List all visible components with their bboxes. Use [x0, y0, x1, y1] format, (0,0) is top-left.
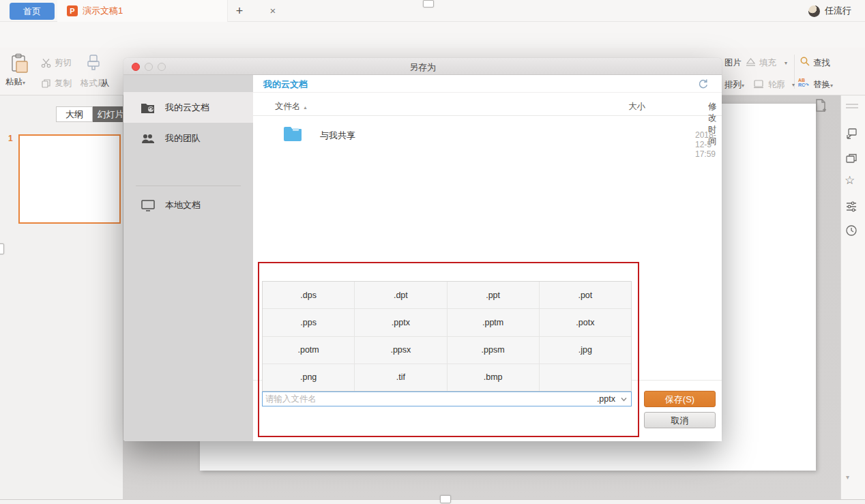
sidebar-item-cloud-docs[interactable]: 我的云文档 [123, 92, 253, 123]
window-resize-handle-top[interactable] [423, 0, 434, 8]
filename-input[interactable] [263, 394, 597, 404]
animation-effects-icon[interactable]: ☆ [845, 173, 855, 188]
user-avatar [808, 5, 820, 17]
sidebar-divider [136, 186, 241, 186]
format-option[interactable]: .pptx [355, 309, 446, 336]
document-tab-title: 演示文稿1 [83, 5, 123, 17]
filename-field: .pptx [262, 391, 632, 406]
format-painter-icon[interactable] [85, 53, 102, 76]
file-name: 与我共享 [320, 130, 355, 142]
file-list-row[interactable]: 与我共享 2018-12-5 17:59 [253, 123, 722, 147]
save-button[interactable]: 保存(S) [644, 391, 716, 407]
sidebar-item-local-docs[interactable]: 本地文档 [123, 190, 253, 220]
cancel-button[interactable]: 取消 [644, 412, 716, 428]
outline-icon[interactable] [753, 78, 764, 91]
history-icon[interactable] [845, 224, 860, 239]
format-option[interactable]: .potm [263, 337, 354, 364]
format-option[interactable]: .tif [355, 364, 446, 391]
home-tab[interactable]: 首页 [10, 3, 55, 20]
new-folder-icon[interactable] [814, 98, 827, 115]
column-size[interactable]: 大小 [628, 101, 645, 113]
format-option[interactable]: .jpg [540, 337, 631, 364]
find-button[interactable]: 查找 [813, 57, 830, 69]
sort-asc-icon: ▲ [303, 105, 308, 110]
chevron-down-icon [621, 397, 627, 402]
format-option[interactable]: .dps [263, 282, 354, 308]
format-option[interactable]: .ppsm [448, 337, 539, 364]
window-resize-handle-bottom[interactable] [440, 495, 451, 503]
fill-dropdown-icon[interactable]: ▾ [785, 60, 787, 66]
extension-value: .pptx [597, 394, 615, 404]
close-tab-icon[interactable]: × [267, 5, 278, 16]
format-option[interactable]: .dpt [355, 282, 446, 308]
breadcrumb-bar: 我的云文档 [253, 75, 722, 93]
format-option[interactable]: .ppsx [355, 337, 446, 364]
format-option[interactable]: .png [263, 364, 354, 391]
outline-button[interactable]: 轮廓 [768, 79, 785, 91]
panel-grip-handle[interactable] [846, 104, 858, 108]
extension-select[interactable]: .pptx [597, 394, 631, 404]
picture-button[interactable]: 图片 [724, 57, 742, 69]
user-name: 任流行 [825, 5, 851, 17]
refresh-icon[interactable] [697, 78, 709, 91]
format-option[interactable]: .ppt [448, 282, 539, 308]
format-option-empty [540, 364, 631, 391]
dialog-sidebar: 我的云文档 我的团队 本地文档 [123, 75, 253, 441]
replace-icon[interactable]: ABRC↷ [798, 78, 809, 87]
folder-icon [283, 125, 302, 144]
tab-bar: 首页 P 演示文稿1 × + 任流行 [0, 0, 865, 22]
sidebar-item-my-team[interactable]: 我的团队 [123, 123, 253, 153]
dialog-title: 另存为 [123, 61, 722, 74]
status-bar [0, 499, 865, 504]
arrange-button[interactable]: 排列▾ [724, 79, 744, 91]
document-tab[interactable]: P 演示文稿1 × [57, 0, 228, 22]
covered-ribbon-text: 从 [101, 78, 110, 89]
tab-outline[interactable]: 大纲 [56, 106, 93, 122]
paste-button[interactable]: 粘贴▾ [5, 76, 25, 88]
format-option[interactable]: .pptm [448, 309, 539, 336]
format-table: .dps .dpt .ppt .pot .pps .pptx .pptm .po… [262, 281, 632, 391]
user-account[interactable]: 任流行 [808, 5, 851, 17]
save-as-dialog: 另存为 我的云文档 我的团队 本地文档 我的云文档 [123, 58, 722, 441]
scroll-down-arrow[interactable]: ▾ [846, 473, 849, 481]
slide-thumbnail[interactable] [18, 134, 121, 224]
find-icon[interactable] [800, 56, 810, 69]
outline-dropdown-icon[interactable]: ▾ [792, 82, 795, 88]
settings-sliders-icon[interactable] [845, 200, 860, 215]
copy-button[interactable]: 复制 [41, 78, 72, 89]
wps-presentation-icon: P [67, 5, 78, 16]
format-option[interactable]: .pot [540, 282, 631, 308]
file-modified-time: 2018-12-5 17:59 [695, 130, 722, 159]
column-filename[interactable]: 文件名 ▲ [275, 101, 308, 113]
menu-bar: 文件 ↶ ↷ ▾ 开始 插入 设计 动画 幻灯片放映 审阅 视图 [0, 22, 865, 48]
file-list-header: 文件名 ▲ 大小 修改时间 [253, 97, 722, 116]
window-resize-handle-left[interactable] [0, 243, 4, 254]
slide-layout-icon[interactable] [845, 152, 860, 167]
format-option[interactable]: .pps [263, 309, 354, 336]
format-option[interactable]: .potx [540, 309, 631, 336]
app-window: 首页 P 演示文稿1 × + 任流行 文件 ↶ ↷ [0, 0, 865, 504]
breadcrumb[interactable]: 我的云文档 [263, 78, 308, 91]
fill-icon[interactable] [745, 57, 757, 70]
slide-number: 1 [8, 134, 13, 143]
format-option[interactable]: .bmp [448, 364, 539, 391]
shape-tools-icon[interactable] [845, 127, 860, 142]
paste-icon[interactable] [10, 53, 30, 77]
replace-button[interactable]: 替换▾ [813, 79, 833, 91]
fill-button[interactable]: 填充 [759, 57, 776, 69]
dialog-title-bar: 另存为 [123, 58, 722, 75]
cut-button[interactable]: 剪切 [41, 57, 72, 69]
new-tab-button[interactable]: + [233, 3, 246, 18]
